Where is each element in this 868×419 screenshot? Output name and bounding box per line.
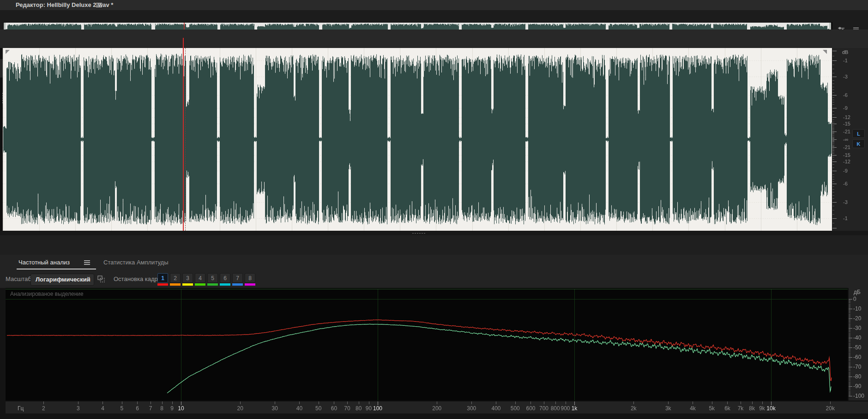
frequency-tick-label: 2 [34,405,53,412]
db-tick-label: 0 [853,296,856,302]
frame-hold-color-swatch [220,283,230,286]
db-tick-label: -60 [853,354,861,360]
channel-button-left[interactable]: L [852,129,865,138]
frame-hold-label: Остановка кадра: [114,275,163,282]
amplitude-scale-label: -1 [843,215,848,221]
channel-button-right[interactable]: K [852,139,865,148]
selection-handle-right[interactable] [823,50,827,54]
frame-hold-button-7[interactable]: 7 [232,273,243,286]
amplitude-scale-label: -15 [843,121,850,126]
frame-hold-color-swatch [157,283,168,286]
frame-hold-color-swatch [182,283,193,286]
frame-hold-button-2[interactable]: 2 [170,273,181,286]
frequency-tick-label: 3k [659,405,677,412]
db-tick-label: -30 [853,325,861,331]
frame-hold-number: 8 [245,273,255,283]
frequency-tick-label: 20 [231,405,249,412]
db-tick-label: -70 [853,364,861,370]
frequency-tick-label: 4 [93,405,112,412]
frequency-tick-label: 400 [487,405,505,412]
copy-graph-button[interactable] [96,275,105,283]
frequency-analysis-panel: Анализированое выделение Гц дБ 234567891… [0,288,868,419]
frame-hold-number: 2 [170,273,181,283]
frequency-tick-label: 100 [368,405,387,412]
amplitude-scale-unit: dB [842,49,848,55]
frequency-tick-label: 200 [428,405,446,412]
db-tick-label: -100 [853,393,864,399]
frequency-tick-label: 3 [69,405,87,412]
frame-hold-number: 6 [220,273,230,283]
frame-hold-color-swatch [245,283,255,286]
frequency-tick-label: 10k [762,405,780,412]
scale-label: Масштаб: [6,275,33,282]
frame-hold-color-swatch [170,283,181,286]
frame-hold-button-8[interactable]: 8 [245,273,255,286]
amplitude-scale-label: -12 [843,114,850,120]
amplitude-scale-label: -1 [843,58,848,63]
amplitude-scale-label: -21 [843,144,850,150]
amplitude-scale-label: -∞ [843,137,849,142]
transport-row: 9:59.877 [0,235,868,255]
amplitude-scale-label: -12 [843,159,850,164]
db-tick-label: -80 [853,373,861,380]
active-tab-underline [17,269,96,269]
amplitude-scale-label: -3 [843,74,848,79]
amplitude-scale-label: -3 [843,199,848,205]
tab-panel-menu-icon[interactable] [84,260,90,265]
chevron-down-icon [86,278,90,281]
frequency-tick-label: 10 [172,405,190,412]
graph-title: Анализированое выделение [10,291,84,297]
frame-hold-buttons: 12345678 [157,273,255,286]
toolbar-row: 4:006:008:0010:0012:0014:0016:0018:0020:… [0,30,868,48]
frequency-tick-label: 30 [265,405,284,412]
frame-hold-button-1[interactable]: 1 [157,273,168,286]
db-tick-label: -50 [853,344,861,351]
amplitude-scale-label: -9 [843,105,848,111]
db-axis-unit: дБ [854,289,861,295]
frequency-graph [6,288,868,413]
frame-hold-button-6[interactable]: 6 [220,273,230,286]
amplitude-scale-label: -6 [843,181,848,186]
frame-hold-color-swatch [232,283,243,286]
zoom-bar-grip-icon[interactable] [412,233,426,234]
tab-frequency-analysis[interactable]: Частотный анализ [18,259,70,266]
tab-amplitude-statistics[interactable]: Статистика Амплитуды [103,259,168,266]
scale-dropdown-value: Логарифмический [36,276,90,283]
db-tick-label: -40 [853,335,861,341]
selection-handle-left[interactable] [6,50,10,54]
frame-hold-number: 7 [232,273,243,283]
frame-hold-color-swatch [207,283,218,286]
db-tick-label: -10 [853,305,861,312]
panel-titlebar: Редактор: Hellbilly Deluxe 2.wav * [0,0,868,11]
frequency-tick-label: 1k [565,405,584,412]
frame-hold-button-4[interactable]: 4 [195,273,205,286]
amplitude-scale-label: -15 [843,152,850,158]
frame-hold-number: 3 [182,273,193,283]
panel-tab-bar: Частотный анализ Статистика Амплитуды [0,255,868,273]
frequency-tick-label: 2k [624,405,643,412]
frequency-tick-label: 4k [683,405,702,412]
amplitude-scale-label: -9 [843,168,848,174]
copy-icon [96,275,105,283]
db-tick-label: -90 [853,383,861,389]
db-tick-label: -20 [853,315,861,322]
frame-hold-number: 4 [195,273,205,283]
horizontal-zoom-bar[interactable] [0,231,868,235]
waveform-display[interactable] [3,48,832,231]
frame-hold-button-3[interactable]: 3 [182,273,193,286]
frequency-tick-label: 300 [462,405,481,412]
frequency-tick-label: 40 [290,405,308,412]
panel-menu-icon[interactable] [96,3,102,8]
playhead-line[interactable] [183,38,184,231]
frame-hold-number: 5 [207,273,218,283]
controls-row: Масштаб: Логарифмический Остановка кадра… [0,272,868,288]
audition-editor-window: { "window": { "title": "Редактор: Hellbi… [0,0,868,419]
frame-hold-button-5[interactable]: 5 [207,273,218,286]
selection-boundary-line [185,48,186,231]
overview-row [0,10,868,30]
frame-hold-color-swatch [195,283,205,286]
frequency-axis-unit: Гц [18,405,24,412]
frequency-tick-label: 20k [821,405,839,412]
scale-dropdown[interactable]: Логарифмический [30,274,94,286]
frame-hold-number: 1 [157,273,168,283]
